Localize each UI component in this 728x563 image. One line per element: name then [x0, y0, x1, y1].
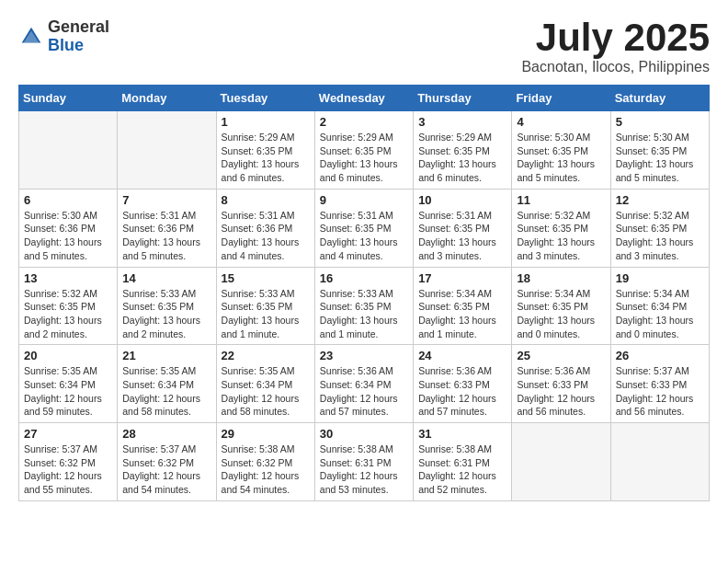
month-title: July 2025 [521, 18, 710, 57]
day-number: 25 [517, 349, 605, 362]
weekday-header: Saturday [610, 86, 709, 111]
day-number: 17 [418, 271, 506, 285]
day-number: 26 [616, 349, 704, 362]
calendar-cell: 2Sunrise: 5:29 AM Sunset: 6:35 PM Daylig… [314, 111, 413, 190]
weekday-header: Sunday [19, 86, 118, 111]
day-number: 4 [517, 115, 605, 129]
calendar-cell: 28Sunrise: 5:37 AM Sunset: 6:32 PM Dayli… [118, 423, 216, 501]
calendar-cell: 5Sunrise: 5:30 AM Sunset: 6:35 PM Daylig… [610, 111, 709, 190]
day-number: 9 [320, 193, 408, 207]
calendar-cell: 18Sunrise: 5:34 AM Sunset: 6:35 PM Dayli… [512, 267, 610, 345]
day-info: Sunrise: 5:34 AM Sunset: 6:35 PM Dayligh… [517, 287, 605, 341]
calendar-cell: 11Sunrise: 5:32 AM Sunset: 6:35 PM Dayli… [512, 189, 610, 267]
day-info: Sunrise: 5:29 AM Sunset: 6:35 PM Dayligh… [222, 131, 310, 185]
day-info: Sunrise: 5:31 AM Sunset: 6:36 PM Dayligh… [122, 209, 210, 263]
calendar-week-row: 20Sunrise: 5:35 AM Sunset: 6:34 PM Dayli… [19, 345, 710, 423]
day-number: 12 [616, 193, 704, 207]
day-info: Sunrise: 5:31 AM Sunset: 6:35 PM Dayligh… [418, 209, 506, 263]
calendar-cell [610, 423, 709, 501]
day-number: 3 [418, 115, 506, 129]
day-number: 28 [122, 427, 210, 441]
calendar-cell: 19Sunrise: 5:34 AM Sunset: 6:34 PM Dayli… [610, 267, 709, 345]
day-info: Sunrise: 5:32 AM Sunset: 6:35 PM Dayligh… [616, 209, 704, 263]
day-number: 15 [222, 271, 310, 285]
location: Bacnotan, Ilocos, Philippines [521, 59, 710, 75]
calendar-cell: 4Sunrise: 5:30 AM Sunset: 6:35 PM Daylig… [512, 111, 610, 190]
calendar-week-row: 13Sunrise: 5:32 AM Sunset: 6:35 PM Dayli… [19, 267, 710, 345]
logo-blue: Blue [48, 37, 109, 55]
calendar-cell: 6Sunrise: 5:30 AM Sunset: 6:36 PM Daylig… [19, 189, 118, 267]
day-number: 21 [122, 349, 210, 362]
calendar-cell: 29Sunrise: 5:38 AM Sunset: 6:32 PM Dayli… [216, 423, 314, 501]
calendar-cell: 23Sunrise: 5:36 AM Sunset: 6:34 PM Dayli… [314, 345, 413, 423]
day-number: 30 [320, 427, 408, 441]
day-number: 19 [616, 271, 704, 285]
day-number: 23 [320, 349, 408, 362]
day-number: 7 [122, 193, 210, 207]
day-info: Sunrise: 5:34 AM Sunset: 6:35 PM Dayligh… [418, 287, 506, 341]
day-info: Sunrise: 5:38 AM Sunset: 6:31 PM Dayligh… [418, 442, 506, 497]
calendar-cell: 8Sunrise: 5:31 AM Sunset: 6:36 PM Daylig… [216, 189, 314, 267]
day-number: 16 [320, 271, 408, 285]
day-info: Sunrise: 5:36 AM Sunset: 6:33 PM Dayligh… [517, 364, 605, 419]
calendar-cell: 3Sunrise: 5:29 AM Sunset: 6:35 PM Daylig… [414, 111, 512, 190]
weekday-header: Tuesday [216, 86, 314, 111]
day-info: Sunrise: 5:31 AM Sunset: 6:36 PM Dayligh… [222, 209, 310, 263]
title-area: July 2025 Bacnotan, Ilocos, Philippines [521, 18, 710, 75]
day-info: Sunrise: 5:34 AM Sunset: 6:34 PM Dayligh… [616, 287, 704, 341]
calendar-cell: 24Sunrise: 5:36 AM Sunset: 6:33 PM Dayli… [414, 345, 512, 423]
day-info: Sunrise: 5:30 AM Sunset: 6:35 PM Dayligh… [616, 131, 704, 185]
calendar-week-row: 27Sunrise: 5:37 AM Sunset: 6:32 PM Dayli… [19, 423, 710, 501]
day-info: Sunrise: 5:36 AM Sunset: 6:34 PM Dayligh… [320, 364, 408, 419]
calendar-cell: 10Sunrise: 5:31 AM Sunset: 6:35 PM Dayli… [414, 189, 512, 267]
calendar-cell: 15Sunrise: 5:33 AM Sunset: 6:35 PM Dayli… [216, 267, 314, 345]
calendar-cell: 20Sunrise: 5:35 AM Sunset: 6:34 PM Dayli… [19, 345, 118, 423]
day-info: Sunrise: 5:29 AM Sunset: 6:35 PM Dayligh… [418, 131, 506, 185]
calendar-cell: 9Sunrise: 5:31 AM Sunset: 6:35 PM Daylig… [314, 189, 413, 267]
day-info: Sunrise: 5:37 AM Sunset: 6:33 PM Dayligh… [616, 364, 704, 419]
logo: General Blue [18, 18, 109, 55]
calendar-cell: 16Sunrise: 5:33 AM Sunset: 6:35 PM Dayli… [314, 267, 413, 345]
weekday-header: Monday [118, 86, 216, 111]
day-info: Sunrise: 5:31 AM Sunset: 6:35 PM Dayligh… [320, 209, 408, 263]
calendar-cell: 31Sunrise: 5:38 AM Sunset: 6:31 PM Dayli… [414, 423, 512, 501]
calendar-cell: 25Sunrise: 5:36 AM Sunset: 6:33 PM Dayli… [512, 345, 610, 423]
calendar-cell: 1Sunrise: 5:29 AM Sunset: 6:35 PM Daylig… [216, 111, 314, 190]
day-info: Sunrise: 5:33 AM Sunset: 6:35 PM Dayligh… [122, 287, 210, 341]
weekday-header: Friday [512, 86, 610, 111]
logo-text: General Blue [48, 18, 109, 55]
day-number: 2 [320, 115, 408, 129]
logo-general: General [48, 18, 109, 37]
weekday-header: Wednesday [314, 86, 413, 111]
day-number: 8 [222, 193, 310, 207]
calendar-cell: 22Sunrise: 5:35 AM Sunset: 6:34 PM Dayli… [216, 345, 314, 423]
day-info: Sunrise: 5:30 AM Sunset: 6:36 PM Dayligh… [24, 209, 112, 263]
calendar-cell [118, 111, 216, 190]
calendar-week-row: 1Sunrise: 5:29 AM Sunset: 6:35 PM Daylig… [19, 111, 710, 190]
day-info: Sunrise: 5:29 AM Sunset: 6:35 PM Dayligh… [320, 131, 408, 185]
calendar-cell: 26Sunrise: 5:37 AM Sunset: 6:33 PM Dayli… [610, 345, 709, 423]
day-info: Sunrise: 5:37 AM Sunset: 6:32 PM Dayligh… [24, 442, 112, 497]
day-number: 6 [24, 193, 112, 207]
calendar-cell [19, 111, 118, 190]
day-number: 22 [222, 349, 310, 362]
day-number: 5 [616, 115, 704, 129]
day-info: Sunrise: 5:32 AM Sunset: 6:35 PM Dayligh… [24, 287, 112, 341]
calendar-cell: 13Sunrise: 5:32 AM Sunset: 6:35 PM Dayli… [19, 267, 118, 345]
day-info: Sunrise: 5:35 AM Sunset: 6:34 PM Dayligh… [24, 364, 112, 419]
day-info: Sunrise: 5:38 AM Sunset: 6:32 PM Dayligh… [222, 442, 310, 497]
calendar-cell: 27Sunrise: 5:37 AM Sunset: 6:32 PM Dayli… [19, 423, 118, 501]
calendar-cell: 17Sunrise: 5:34 AM Sunset: 6:35 PM Dayli… [414, 267, 512, 345]
calendar-cell: 14Sunrise: 5:33 AM Sunset: 6:35 PM Dayli… [118, 267, 216, 345]
day-number: 31 [418, 427, 506, 441]
day-number: 29 [222, 427, 310, 441]
logo-icon [18, 24, 44, 50]
day-info: Sunrise: 5:33 AM Sunset: 6:35 PM Dayligh… [222, 287, 310, 341]
day-number: 27 [24, 427, 112, 441]
calendar-header-row: SundayMondayTuesdayWednesdayThursdayFrid… [19, 86, 710, 111]
day-info: Sunrise: 5:33 AM Sunset: 6:35 PM Dayligh… [320, 287, 408, 341]
weekday-header: Thursday [414, 86, 512, 111]
day-number: 24 [418, 349, 506, 362]
day-number: 13 [24, 271, 112, 285]
day-number: 10 [418, 193, 506, 207]
